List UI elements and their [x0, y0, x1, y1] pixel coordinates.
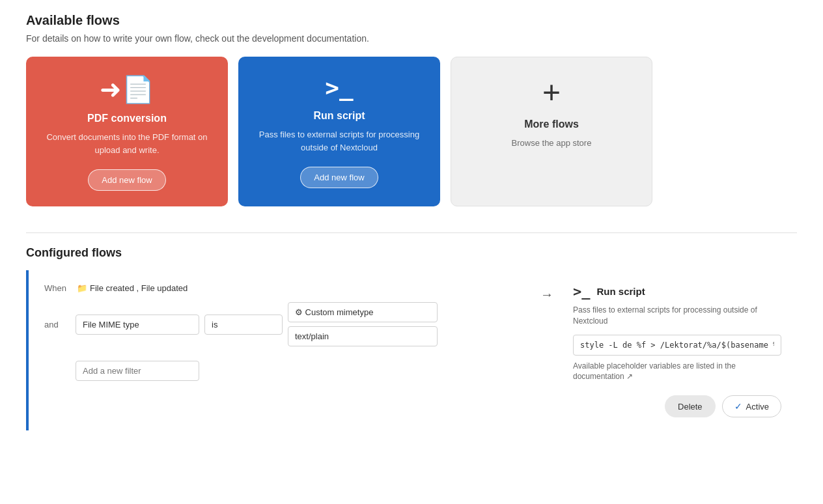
pdf-conversion-card: ➜📄 PDF conversion Convert documents into…	[26, 57, 228, 206]
configured-flow-item: When 📁 File created , File updated and	[26, 270, 797, 430]
configured-flows-title: Configured flows	[26, 246, 797, 260]
active-button[interactable]: ✓ Active	[722, 395, 781, 417]
filter-field-input[interactable]	[76, 315, 199, 335]
section-divider	[26, 232, 797, 233]
when-label: When	[44, 283, 70, 293]
when-row: When 📁 File created , File updated	[44, 283, 521, 293]
action-header: >_ Run script	[573, 283, 781, 300]
and-row: and	[44, 302, 521, 346]
folder-icon: 📁	[77, 283, 87, 293]
action-desc: Pass files to external scripts for proce…	[573, 305, 781, 327]
more-flows-card: + More flows Browse the app store	[451, 57, 652, 206]
more-flows-icon: +	[542, 77, 561, 108]
add-filter-input[interactable]	[76, 361, 199, 381]
flow-row: When 📁 File created , File updated and	[44, 283, 781, 417]
pdf-card-desc: Convert documents into the PDF format on…	[42, 131, 212, 156]
run-script-card-desc: Pass files to external scripts for proce…	[254, 128, 425, 154]
available-flows-title: Available flows	[26, 13, 797, 28]
more-flows-title: More flows	[524, 119, 579, 130]
script-command-input[interactable]	[573, 335, 781, 356]
event-tag: 📁 File created , File updated	[77, 283, 188, 293]
delete-button[interactable]: Delete	[665, 395, 716, 417]
action-buttons: Delete ✓ Active	[573, 395, 781, 417]
run-script-card-title: Run script	[313, 110, 365, 122]
run-script-add-new-flow-button[interactable]: Add new flow	[300, 167, 378, 188]
flow-conditions: When 📁 File created , File updated and	[44, 283, 521, 381]
run-script-card-icon: >_	[325, 76, 353, 100]
run-script-card: >_ Run script Pass files to external scr…	[238, 57, 440, 206]
arrow-icon: →	[540, 287, 553, 302]
filter-operator-input[interactable]	[204, 315, 283, 335]
filter-custom-mimetype-input[interactable]	[288, 302, 438, 322]
active-label: Active	[746, 402, 769, 412]
event-label: File created , File updated	[90, 283, 188, 293]
available-flows-subtitle: For details on how to write your own flo…	[26, 33, 797, 44]
placeholder-note: Available placeholder variables are list…	[573, 361, 781, 383]
pdf-add-new-flow-button[interactable]: Add new flow	[88, 169, 165, 191]
action-title: Run script	[597, 286, 645, 297]
pdf-icon: ➜📄	[100, 76, 154, 102]
action-run-script-icon: >_	[573, 283, 591, 300]
page-container: Available flows For details on how to wr…	[0, 0, 823, 450]
filter-value-col	[288, 302, 438, 346]
and-label: and	[44, 320, 70, 329]
more-flows-desc: Browse the app store	[512, 137, 592, 150]
flows-grid: ➜📄 PDF conversion Convert documents into…	[26, 57, 797, 206]
pdf-card-title: PDF conversion	[87, 113, 167, 124]
filter-mime-detail-input[interactable]	[288, 326, 438, 346]
action-col: >_ Run script Pass files to external scr…	[573, 283, 781, 417]
arrow-col: →	[540, 283, 553, 302]
check-icon: ✓	[734, 401, 742, 412]
